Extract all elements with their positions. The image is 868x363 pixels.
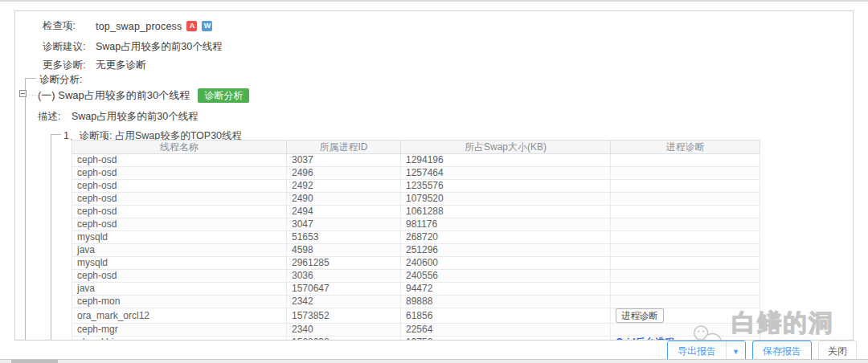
- cell-swap-size: 1061288: [401, 206, 611, 218]
- header-process-id: 所属进程ID: [287, 141, 401, 154]
- cell-thread-name: ceph-osd: [72, 270, 287, 283]
- cell-thread-name: ora_mark_orcl12: [72, 308, 287, 324]
- cell-swap-size: 251296: [401, 244, 611, 257]
- tree-expander-dots: ···: [28, 91, 38, 99]
- cell-thread-name: mysqld: [72, 257, 287, 270]
- cell-swap-size: 240600: [401, 257, 611, 270]
- suggestion-label: 诊断建议:: [43, 40, 96, 54]
- table-row: ceph-osd30371294196: [72, 154, 760, 167]
- analysis-row: 诊断分析:: [39, 73, 82, 87]
- cell-thread-name: ceph-mon: [72, 296, 287, 308]
- cell-process-id: 3037: [287, 154, 401, 167]
- cell-process-id: 2342: [287, 296, 401, 308]
- cell-thread-name: ceph-osd: [72, 206, 287, 218]
- scrollbar-thumb[interactable]: [11, 360, 58, 363]
- cell-process-id: 51653: [287, 231, 401, 244]
- cell-process-diagnosis: [611, 324, 760, 336]
- suggestion-value: Swap占用较多的前30个线程: [96, 40, 223, 54]
- cell-swap-size: 61856: [401, 308, 611, 324]
- cell-swap-size: 19752: [401, 336, 611, 341]
- description-label: 描述:: [38, 110, 72, 124]
- cell-swap-size: 1235576: [401, 180, 611, 193]
- table-row: ceph-osd24921235576: [72, 180, 760, 193]
- tree-guide-tick: [25, 78, 36, 79]
- cell-process-diagnosis: [611, 193, 760, 206]
- table-row: ora_mark_orcl12157385261856进程诊断: [72, 308, 760, 324]
- cell-thread-name: ceph-osd: [72, 180, 287, 193]
- cell-swap-size: 22564: [401, 324, 611, 336]
- cell-process-diagnosis: [611, 257, 760, 270]
- cell-swap-size: 1079520: [401, 193, 611, 206]
- table-row: mysqld2961285240600: [72, 257, 760, 270]
- more-diagnosis-value: 无更多诊断: [96, 59, 146, 72]
- tree-guide-line-nested: [51, 134, 51, 341]
- analysis-label: 诊断分析:: [39, 73, 82, 87]
- horizontal-scrollbar[interactable]: [0, 359, 868, 363]
- cell-process-diagnosis: [611, 180, 760, 193]
- diagnosis-analysis-button[interactable]: 诊断分析: [198, 88, 249, 103]
- cell-swap-size: 89888: [401, 296, 611, 308]
- description-value: Swap占用较多的前30个线程: [72, 110, 199, 124]
- cell-process-diagnosis: [611, 218, 760, 231]
- table-row: ceph-osd24941061288: [72, 206, 760, 218]
- section-title: (一) Swap占用较多的前30个线程: [38, 88, 190, 103]
- cell-thread-name: ceph-osd: [72, 193, 287, 206]
- cell-process-id: 1570647: [287, 283, 401, 296]
- table-row: ceph-osd3036240556: [72, 270, 760, 283]
- check-item-label: 检查项:: [43, 19, 96, 33]
- cell-thread-name: ceph-osd: [72, 218, 287, 231]
- window-top-divider: [0, 0, 868, 2]
- table-row: mysqld51653268720: [72, 231, 760, 244]
- tree-guide-line: [25, 78, 26, 341]
- cell-process-id: 2494: [287, 206, 401, 218]
- cell-process-diagnosis: 进程诊断: [611, 308, 760, 324]
- table-row: ceph-osd3047981176: [72, 218, 760, 231]
- cell-swap-size: 240556: [401, 270, 611, 283]
- table-row: ceph-mgr234022564: [72, 324, 760, 336]
- cell-process-id: 3036: [287, 270, 401, 283]
- more-diagnosis-label: 更多诊断:: [43, 59, 96, 72]
- cell-thread-name: ceph-osd: [72, 167, 287, 180]
- cell-swap-size: 1257464: [401, 167, 611, 180]
- description-row: 描述: Swap占用较多的前30个线程: [38, 110, 199, 124]
- cell-process-diagnosis: [611, 154, 760, 167]
- cell-swap-size: 981176: [401, 218, 611, 231]
- section-row: (一) Swap占用较多的前30个线程 诊断分析: [38, 88, 249, 103]
- header-process-diagnosis: 进程诊断: [611, 141, 760, 154]
- cell-swap-size: 94472: [401, 283, 611, 296]
- table-row: ceph-mon234289888: [72, 296, 760, 308]
- cell-process-id: 2961285: [287, 257, 401, 270]
- cell-process-diagnosis: [611, 283, 760, 296]
- cell-process-id: 2496: [287, 167, 401, 180]
- cell-process-id: 2490: [287, 193, 401, 206]
- cell-process-diagnosis: [611, 244, 760, 257]
- process-diagnosis-button[interactable]: 进程诊断: [616, 308, 664, 323]
- cell-thread-name: java: [72, 283, 287, 296]
- cell-swap-size: 1294196: [401, 154, 611, 167]
- cell-process-id: 3047: [287, 218, 401, 231]
- cell-swap-size: 268720: [401, 231, 611, 244]
- cell-process-diagnosis: [611, 296, 760, 308]
- suggestion-row: 诊断建议: Swap占用较多的前30个线程: [43, 40, 223, 54]
- cell-process-id: 2492: [287, 180, 401, 193]
- cell-thread-name: ceph-osd: [72, 154, 287, 167]
- cell-thread-name: mysqld: [72, 231, 287, 244]
- export-word-icon[interactable]: W: [202, 21, 212, 31]
- header-thread-name: 线程名称: [72, 141, 287, 154]
- tree-expander-icon[interactable]: [19, 90, 27, 97]
- check-item-value: top_swap_process: [96, 21, 182, 32]
- export-pdf-icon[interactable]: A: [186, 21, 197, 31]
- cell-process-id: 2340: [287, 324, 401, 336]
- check-item-row: 检查项: top_swap_process A W: [43, 19, 212, 33]
- process-diagnosis-link[interactable]: Grid后台进程: [616, 336, 674, 341]
- diagnosis-report-panel: 检查项: top_swap_process A W 诊断建议: Swap占用较多…: [14, 10, 854, 341]
- table-row: ceph-osd24901079520: [72, 193, 760, 206]
- tree-guide-tick-nested: [51, 134, 61, 135]
- cell-thread-name: ohasd.bin: [72, 336, 287, 341]
- cell-process-id: 1573852: [287, 308, 401, 324]
- cell-process-diagnosis: [611, 270, 760, 283]
- cell-process-id: 4598: [287, 244, 401, 257]
- table-row: java4598251296: [72, 244, 760, 257]
- cell-process-diagnosis: [611, 231, 760, 244]
- header-swap-size: 所占Swap大小(KB): [401, 141, 611, 154]
